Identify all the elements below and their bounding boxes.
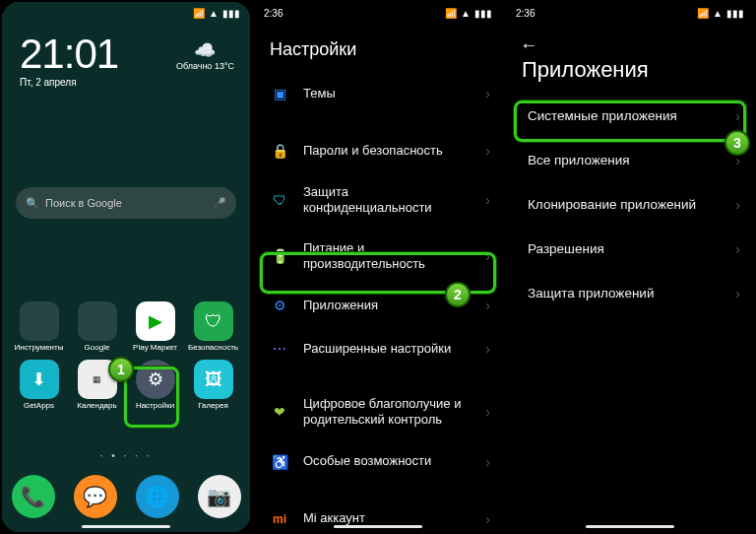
app-google-folder[interactable]: Google [68,301,126,352]
row-label: Особые возможности [303,453,472,469]
app-gallery[interactable]: 🖼 Галерея [184,360,242,410]
chevron-right-icon: › [735,286,740,301]
mic-icon[interactable]: 🎤 [213,197,226,210]
app-tools-folder[interactable]: Инструменты [10,301,68,352]
app-label: Google [85,343,110,352]
clock-time: 21:01 [20,33,118,75]
clock-date: Пт, 2 апреля [20,77,118,88]
app-label: GetApps [24,401,54,410]
status-time: 2:36 [516,8,535,19]
battery-icon: ▮▮▮ [474,8,492,19]
chevron-right-icon: › [485,511,490,527]
weather-widget[interactable]: ☁️ Облачно 13°C [176,39,234,71]
row-label: Цифровое благополучие и родительский кон… [303,396,472,429]
wifi-icon: ▲ [713,8,723,19]
highlight-system-apps-row [514,100,746,142]
row-label: Все приложения [528,153,722,169]
row-label: Разрешения [528,241,722,258]
dock-camera[interactable]: 📷 [188,475,250,518]
search-icon: 🔍 [26,197,39,210]
weather-label: Облачно [176,61,212,71]
home-indicator[interactable] [586,525,674,528]
chevron-right-icon: › [485,341,490,357]
app-label: Инструменты [15,343,64,352]
app-label: Календарь [77,401,116,410]
phone-settings: 2:36 📶 ▲ ▮▮▮ Настройки ▣Темы›🔒Пароли и б… [254,2,502,532]
row-label: Пароли и безопасность [303,143,472,159]
phone-apps: 2:36 📶 ▲ ▮▮▮ ← Приложения Системные прил… [506,2,754,532]
status-time: 2:36 [264,8,283,19]
app-getapps[interactable]: ⬇ GetApps [10,360,68,410]
home-indicator[interactable] [82,525,170,528]
settings-row[interactable]: ▣Темы› [254,72,502,115]
signal-icon: 📶 [445,8,457,19]
settings-row[interactable]: 🔒Пароли и безопасность› [254,129,502,172]
status-bar: 2:36 📶 ▲ ▮▮▮ [254,2,502,24]
settings-row[interactable]: Защита приложений› [506,272,754,316]
access-icon: ♿ [270,452,289,472]
home-indicator[interactable] [334,525,422,528]
dock-browser[interactable]: 🌐 [126,475,188,518]
search-placeholder: Поиск в Google [45,197,122,209]
chevron-right-icon: › [485,143,490,159]
row-label: Защита приложений [528,286,722,302]
row-label: Расширенные настройки [303,341,472,357]
chevron-right-icon: › [735,197,740,213]
dock: 📞 💬 🌐 📷 [2,475,250,518]
step-badge-2: 2 [445,282,471,307]
heart-icon: ❤ [270,402,289,422]
settings-row[interactable]: ❤Цифровое благополучие и родительский ко… [254,384,502,440]
app-label: Play Маркет [133,343,177,352]
row-label: Клонирование приложений [528,197,722,214]
mi-icon: mi [270,509,289,529]
google-search-bar[interactable]: 🔍 Поиск в Google 🎤 [16,187,236,219]
highlight-settings-app [124,367,179,428]
status-bar: 📶 ▲ ▮▮▮ [2,2,250,24]
chevron-right-icon: › [485,86,490,101]
app-label: Галерея [198,401,228,410]
step-badge-3: 3 [724,130,750,156]
step-badge-1: 1 [108,357,134,382]
clock-widget[interactable]: 21:01 Пт, 2 апреля [20,33,118,88]
app-security[interactable]: 🛡 Безопасность [184,301,242,352]
settings-row[interactable]: Разрешения› [506,228,754,272]
chevron-right-icon: › [485,454,490,470]
app-play-market[interactable]: ▶ Play Маркет [126,301,184,352]
dock-phone[interactable]: 📞 [2,475,64,518]
weather-temp: 13°C [215,61,234,71]
chevron-right-icon: › [735,241,740,257]
chevron-right-icon: › [485,298,490,313]
signal-icon: 📶 [193,8,205,19]
status-bar: 2:36 📶 ▲ ▮▮▮ [506,2,754,24]
chevron-right-icon: › [485,192,490,208]
settings-row[interactable]: 🛡Защита конфиденциальности› [254,172,502,229]
gear-icon: ⚙ [270,296,289,315]
signal-icon: 📶 [697,8,709,19]
square-icon: ▣ [270,84,289,103]
dock-messages[interactable]: 💬 [64,475,126,518]
page-indicator: · • · · · [2,450,250,461]
wifi-icon: ▲ [461,8,471,19]
settings-row[interactable]: Все приложения› [506,139,754,183]
phone-home: 📶 ▲ ▮▮▮ 21:01 Пт, 2 апреля ☁️ Облачно 13… [2,2,250,532]
weather-icon: ☁️ [176,39,234,61]
shield-icon: 🛡 [270,190,289,210]
settings-row[interactable]: Клонирование приложений› [506,183,754,228]
battery-icon: ▮▮▮ [726,8,744,19]
battery-icon: ▮▮▮ [222,8,240,19]
dots-icon: ⋯ [270,339,289,359]
back-button[interactable]: ← [520,35,537,56]
settings-row[interactable]: ♿Особые возможности› [254,440,502,484]
lock-icon: 🔒 [270,141,289,161]
settings-row[interactable]: ⋯Расширенные настройки› [254,327,502,370]
row-label: Темы [303,86,472,101]
wifi-icon: ▲ [209,8,219,19]
chevron-right-icon: › [485,404,490,420]
row-label: Защита конфиденциальности [303,184,472,217]
app-label: Безопасность [188,343,238,352]
